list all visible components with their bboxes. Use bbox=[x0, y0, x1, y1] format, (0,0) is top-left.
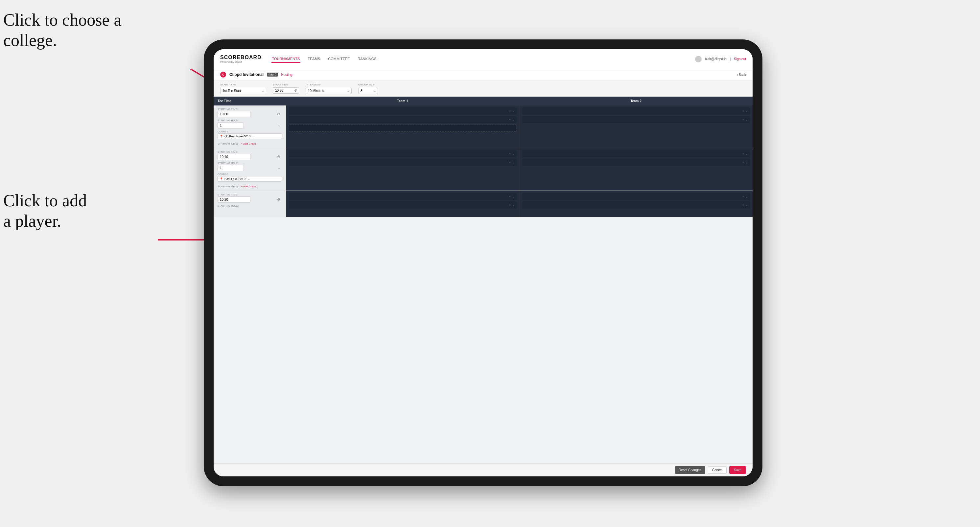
group-row-1: STARTING TIME: ⏱ STARTING HOLE: ⌄ bbox=[214, 105, 752, 148]
start-type-group: Start Type 1st Tee Start Shotgun Start bbox=[220, 83, 266, 94]
starting-time-label-2: STARTING TIME: bbox=[218, 151, 282, 153]
nav-teams[interactable]: TEAMS bbox=[307, 56, 321, 63]
player-chevron-btn-g2-2[interactable]: ⌄ bbox=[512, 161, 515, 164]
player-x-btn-g2-t2-1[interactable]: × bbox=[742, 152, 744, 156]
team1-col-2: × ⌄ × ⌄ bbox=[286, 148, 519, 190]
player-row-1-t2-1[interactable]: × ⌄ bbox=[522, 108, 750, 115]
course-field-2: COURSE: 📍 East Lake GC × ⌄ bbox=[218, 173, 282, 182]
add-player-row-1-t1[interactable] bbox=[289, 124, 517, 132]
player-chevron-btn-t2-2[interactable]: ⌄ bbox=[745, 118, 748, 121]
remove-group-1[interactable]: ⊖ Remove Group bbox=[218, 142, 238, 145]
pipe-divider: | bbox=[730, 57, 731, 61]
player-chevron-btn[interactable]: ⌄ bbox=[512, 110, 515, 113]
course-field-1: COURSE: 📍 (A) Peachtree GC × ⌄ bbox=[218, 130, 282, 139]
back-button[interactable]: ‹ Back bbox=[737, 73, 746, 76]
player-chevron-btn-2[interactable]: ⌄ bbox=[512, 118, 515, 121]
player-chevron-btn-g2-1[interactable]: ⌄ bbox=[512, 152, 515, 156]
player-row-3-t1-2[interactable]: × ⌄ bbox=[289, 202, 517, 209]
sub-header: C Clippd Invitational (Men) Hosting ‹ Ba… bbox=[214, 69, 752, 81]
action-links-1: ⊖ Remove Group + Add Group bbox=[218, 142, 282, 145]
team2-col-1: × ⌄ × ⌄ bbox=[519, 105, 752, 148]
player-row-1-t1-1[interactable]: × ⌄ bbox=[289, 108, 517, 115]
group-size-select[interactable]: 3 2 4 bbox=[358, 88, 378, 94]
tablet-frame: SCOREBOARD Powered by clippd TOURNAMENTS… bbox=[204, 40, 762, 486]
player-x-btn-g3-t2-1[interactable]: × bbox=[742, 195, 744, 198]
player-x-btn-g2-1[interactable]: × bbox=[509, 152, 511, 156]
footer-bar: Reset Changes Cancel Save bbox=[214, 463, 752, 476]
group-size-group: Group Size 3 2 4 bbox=[358, 83, 378, 94]
intervals-select[interactable]: 10 Minutes 8 Minutes 12 Minutes bbox=[305, 88, 352, 94]
remove-group-2[interactable]: ⊖ Remove Group bbox=[218, 185, 238, 188]
hole-chevron-2: ⌄ bbox=[278, 166, 280, 170]
course-chevron-1[interactable]: ⌄ bbox=[252, 134, 255, 138]
player-x-btn-g3-t2-2[interactable]: × bbox=[742, 203, 744, 207]
save-button[interactable]: Save bbox=[729, 466, 746, 474]
starting-hole-input-1[interactable] bbox=[218, 122, 244, 129]
course-name-1: (A) Peachtree GC bbox=[224, 135, 248, 138]
course-remove-1[interactable]: × bbox=[250, 134, 251, 138]
group-size-label: Group Size bbox=[358, 83, 378, 86]
col-team2: Team 2 bbox=[519, 97, 752, 105]
player-row-2-t2-2[interactable]: × ⌄ bbox=[522, 159, 750, 166]
player-x-btn-g3-1[interactable]: × bbox=[509, 195, 511, 198]
course-chevron-2[interactable]: ⌄ bbox=[247, 177, 250, 181]
course-tag-1[interactable]: 📍 (A) Peachtree GC × ⌄ bbox=[218, 133, 282, 139]
time-icon-1: ⏱ bbox=[277, 113, 280, 116]
starting-time-input-wrapper-3: ⏱ bbox=[218, 197, 282, 203]
player-chevron-btn-g3-t2-1[interactable]: ⌄ bbox=[745, 195, 748, 198]
player-row-1-t1-2[interactable]: × ⌄ bbox=[289, 116, 517, 123]
player-chevron-btn-g3-2[interactable]: ⌄ bbox=[512, 203, 515, 207]
starting-time-input-1[interactable] bbox=[218, 111, 250, 117]
player-chevron-btn-g2-t2-2[interactable]: ⌄ bbox=[745, 161, 748, 164]
player-row-2-t2-1[interactable]: × ⌄ bbox=[522, 150, 750, 157]
start-time-wrapper: ⏱ bbox=[273, 87, 299, 94]
start-type-select[interactable]: 1st Tee Start Shotgun Start bbox=[220, 88, 266, 94]
player-row-1-t2-2[interactable]: × ⌄ bbox=[522, 116, 750, 123]
annotation-player: Click to add a player. bbox=[3, 190, 87, 232]
starting-hole-label-2: STARTING HOLE: bbox=[218, 162, 282, 164]
starting-hole-input-2[interactable] bbox=[218, 165, 244, 171]
player-chevron-btn-t2-1[interactable]: ⌄ bbox=[745, 110, 748, 113]
player-row-3-t2-1[interactable]: × ⌄ bbox=[522, 193, 750, 200]
add-group-2[interactable]: + Add Group bbox=[241, 185, 256, 188]
cancel-button[interactable]: Cancel bbox=[708, 466, 727, 474]
start-type-label: Start Type bbox=[220, 83, 266, 86]
player-row-2-t1-2[interactable]: × ⌄ bbox=[289, 159, 517, 166]
sign-out-link[interactable]: Sign out bbox=[734, 57, 746, 61]
nav-bar: SCOREBOARD Powered by clippd TOURNAMENTS… bbox=[214, 49, 752, 69]
action-links-2: ⊖ Remove Group + Add Group bbox=[218, 185, 282, 188]
nav-rankings[interactable]: RANKINGS bbox=[357, 56, 377, 63]
player-x-btn-t2-2[interactable]: × bbox=[742, 118, 744, 121]
college-line2: college. bbox=[3, 31, 57, 49]
group-row-2: STARTING TIME: ⏱ STARTING HOLE: ⌄ bbox=[214, 148, 752, 191]
col-tee-time: Tee Time bbox=[214, 97, 286, 105]
player-row-3-t1-1[interactable]: × ⌄ bbox=[289, 193, 517, 200]
hole-chevron-1: ⌄ bbox=[278, 124, 280, 127]
starting-time-input-2[interactable] bbox=[218, 154, 250, 160]
course-tag-2[interactable]: 📍 East Lake GC × ⌄ bbox=[218, 176, 282, 182]
course-label-2: COURSE: bbox=[218, 173, 282, 175]
player-row-3-t2-2[interactable]: × ⌄ bbox=[522, 202, 750, 209]
starting-hole-label-1: STARTING HOLE: bbox=[218, 119, 282, 122]
player-chevron-btn-g2-t2-1[interactable]: ⌄ bbox=[745, 152, 748, 156]
player-x-btn-g2-2[interactable]: × bbox=[509, 161, 511, 164]
player-row-2-t1-1[interactable]: × ⌄ bbox=[289, 150, 517, 157]
player-x-btn-g3-2[interactable]: × bbox=[509, 203, 511, 207]
nav-tournaments[interactable]: TOURNAMENTS bbox=[272, 56, 301, 63]
player-x-btn-g2-t2-2[interactable]: × bbox=[742, 161, 744, 164]
intervals-wrapper: 10 Minutes 8 Minutes 12 Minutes bbox=[305, 87, 352, 94]
player-chevron-btn-g3-t2-2[interactable]: ⌄ bbox=[745, 203, 748, 207]
player-x-btn-2[interactable]: × bbox=[509, 118, 511, 121]
player-x-btn[interactable]: × bbox=[509, 110, 511, 113]
starting-time-input-3[interactable] bbox=[218, 197, 250, 203]
add-group-1[interactable]: + Add Group bbox=[241, 142, 256, 145]
intervals-group: Intervals 10 Minutes 8 Minutes 12 Minute… bbox=[305, 83, 352, 94]
player-x-btn-t2-1[interactable]: × bbox=[742, 110, 744, 113]
college-line1: Click to choose a bbox=[3, 11, 122, 29]
nav-committee[interactable]: COMMITTEE bbox=[327, 56, 350, 63]
course-remove-2[interactable]: × bbox=[244, 177, 246, 181]
table-body: STARTING TIME: ⏱ STARTING HOLE: ⌄ bbox=[214, 105, 752, 463]
reset-button[interactable]: Reset Changes bbox=[675, 466, 705, 474]
player-chevron-btn-g3-1[interactable]: ⌄ bbox=[512, 195, 515, 198]
group-left-1: STARTING TIME: ⏱ STARTING HOLE: ⌄ bbox=[214, 105, 286, 148]
